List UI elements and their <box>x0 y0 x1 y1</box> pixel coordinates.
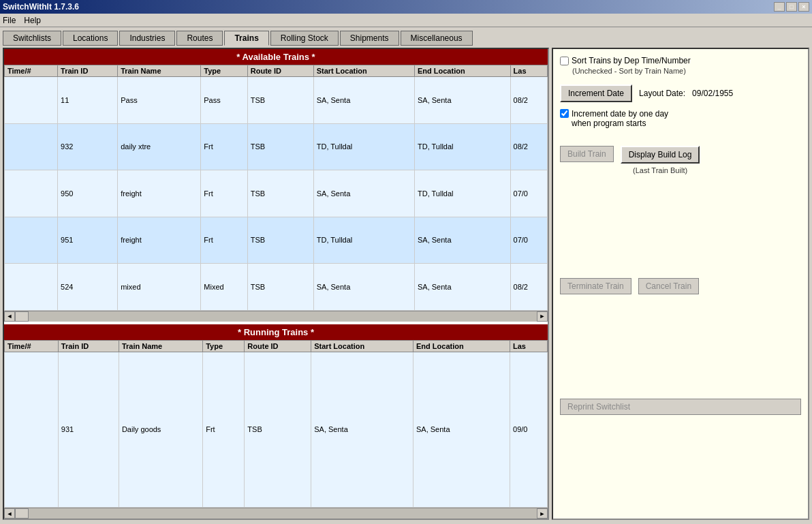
col-rt-route-id: Route ID <box>245 340 311 352</box>
cell-last: 08/2 <box>510 264 547 311</box>
reprint-row: Reprint Switchlist <box>560 399 801 415</box>
col-rt-type: Type <box>203 340 245 352</box>
tab-miscellaneous[interactable]: Miscellaneous <box>401 31 473 46</box>
left-panel: * Available Trains * Time/# Train ID Tra… <box>3 48 549 520</box>
increment-date-button[interactable]: Increment Date <box>560 84 632 102</box>
cell-end: SA, Senta <box>414 217 510 264</box>
menu-bar: File Help <box>0 14 812 27</box>
cell-type: Frt <box>201 217 248 264</box>
available-trains-section: * Available Trains * Time/# Train ID Tra… <box>4 49 548 322</box>
cell-route: TSB <box>247 264 313 311</box>
cell-rt-start: SA, Senta <box>311 352 413 507</box>
tab-shipments[interactable]: Shipments <box>340 31 399 46</box>
running-trains-scrollbar[interactable]: ◄ ► <box>4 508 548 519</box>
cancel-train-button[interactable]: Cancel Train <box>638 278 699 294</box>
scroll-thumb-running[interactable] <box>15 508 29 519</box>
cell-route: TSB <box>247 217 313 264</box>
menu-help[interactable]: Help <box>24 16 41 25</box>
right-panel: Sort Trains by Dep Time/Number (Unchecke… <box>552 48 809 520</box>
sort-label[interactable]: Sort Trains by Dep Time/Number <box>572 56 691 65</box>
display-build-log-button[interactable]: Display Build Log <box>621 146 700 164</box>
increment-day-line1: Increment date by one day <box>572 109 668 119</box>
running-trains-header: * Running Trains * <box>4 324 548 340</box>
cell-time <box>5 264 58 311</box>
restore-button[interactable]: □ <box>786 2 797 12</box>
scroll-left-available[interactable]: ◄ <box>4 311 15 322</box>
cell-type: Frt <box>201 170 248 217</box>
cell-rt-time <box>5 352 59 507</box>
available-train-row[interactable]: 951 freight Frt TSB TD, Tulldal SA, Sent… <box>5 217 548 264</box>
cell-name: Pass <box>118 77 201 124</box>
running-trains-table: Time/# Train ID Train Name Type Route ID… <box>4 340 548 508</box>
cell-rt-end: SA, Senta <box>413 352 510 507</box>
col-rt-train-name: Train Name <box>119 340 202 352</box>
col-time-hash: Time/# <box>5 65 58 77</box>
scroll-track-available[interactable] <box>15 311 537 322</box>
tab-switchlists[interactable]: Switchlists <box>3 31 61 46</box>
cell-time <box>5 123 58 170</box>
minimize-button[interactable]: _ <box>774 2 785 12</box>
title-bar: SwitchWithIt 1.7.3.6 _ □ × <box>0 0 812 14</box>
layout-date-value: 09/02/1955 <box>692 89 733 98</box>
cell-time <box>5 77 58 124</box>
col-rt-start-location: Start Location <box>311 340 413 352</box>
available-train-row[interactable]: 932 daily xtre Frt TSB TD, Tulldal TD, T… <box>5 123 548 170</box>
menu-file[interactable]: File <box>3 16 16 25</box>
col-train-name: Train Name <box>118 65 201 77</box>
scroll-thumb-available[interactable] <box>15 311 29 322</box>
cell-last: 08/2 <box>510 77 547 124</box>
cell-id: 11 <box>58 77 118 124</box>
scroll-left-running[interactable]: ◄ <box>4 508 15 519</box>
last-train-built-label: (Last Train Built) <box>633 166 687 174</box>
available-train-row[interactable]: 524 mixed Mixed TSB SA, Senta SA, Senta … <box>5 264 548 311</box>
col-rt-end-location: End Location <box>413 340 510 352</box>
increment-row: Increment Date Layout Date: 09/02/1955 <box>560 84 801 102</box>
terminate-train-button[interactable]: Terminate Train <box>560 278 631 294</box>
running-train-row[interactable]: 931 Daily goods Frt TSB SA, Senta SA, Se… <box>5 352 548 507</box>
increment-day-line2: when program starts <box>572 119 646 128</box>
col-train-id: Train ID <box>58 65 118 77</box>
increment-day-label[interactable]: Increment date by one day when program s… <box>572 109 668 128</box>
available-train-row[interactable]: 950 freight Frt TSB SA, Senta TD, Tullda… <box>5 170 548 217</box>
cell-last: 07/0 <box>510 170 547 217</box>
cell-name: daily xtre <box>118 123 201 170</box>
layout-date-label: Layout Date: 09/02/1955 <box>639 89 733 98</box>
tab-industries[interactable]: Industries <box>119 31 175 46</box>
cell-name: freight <box>118 170 201 217</box>
available-trains-scrollbar[interactable]: ◄ ► <box>4 311 548 322</box>
col-rt-train-id: Train ID <box>58 340 119 352</box>
scroll-right-running[interactable]: ► <box>537 508 548 519</box>
tab-trains[interactable]: Trains <box>224 31 268 46</box>
window-title: SwitchWithIt 1.7.3.6 <box>3 2 79 12</box>
running-trains-section: * Running Trains * Time/# Train ID Train… <box>4 324 548 519</box>
cell-start: TD, Tulldal <box>313 217 414 264</box>
sort-section: Sort Trains by Dep Time/Number (Unchecke… <box>560 56 801 75</box>
spacer-3 <box>560 422 801 512</box>
available-trains-header: * Available Trains * <box>4 49 548 65</box>
cell-rt-last: 09/0 <box>510 352 548 507</box>
close-button[interactable]: × <box>798 2 809 12</box>
sort-checkbox[interactable] <box>560 57 569 65</box>
build-train-button[interactable]: Build Train <box>560 146 614 162</box>
tab-routes[interactable]: Routes <box>176 31 223 46</box>
increment-day-checkbox[interactable] <box>560 109 569 118</box>
cell-name: freight <box>118 217 201 264</box>
cell-id: 932 <box>58 123 118 170</box>
cell-route: TSB <box>247 77 313 124</box>
cell-start: SA, Senta <box>313 264 414 311</box>
tab-locations[interactable]: Locations <box>63 31 118 46</box>
cell-start: SA, Senta <box>313 77 414 124</box>
cell-rt-name: Daily goods <box>119 352 202 507</box>
scroll-track-running[interactable] <box>15 508 537 519</box>
nav-bar: Switchlists Locations Industries Routes … <box>0 27 812 45</box>
col-las: Las <box>510 65 547 77</box>
available-train-row[interactable]: 11 Pass Pass TSB SA, Senta SA, Senta 08/… <box>5 77 548 124</box>
window-controls[interactable]: _ □ × <box>774 2 809 12</box>
reprint-switchlist-button[interactable]: Reprint Switchlist <box>560 399 801 415</box>
spacer-2 <box>560 301 801 391</box>
col-route-id: Route ID <box>247 65 313 77</box>
tab-rolling-stock[interactable]: Rolling Stock <box>270 31 339 46</box>
scroll-right-available[interactable]: ► <box>537 311 548 322</box>
cell-end: TD, Tulldal <box>414 123 510 170</box>
layout-date-text: Layout Date: <box>639 89 685 98</box>
